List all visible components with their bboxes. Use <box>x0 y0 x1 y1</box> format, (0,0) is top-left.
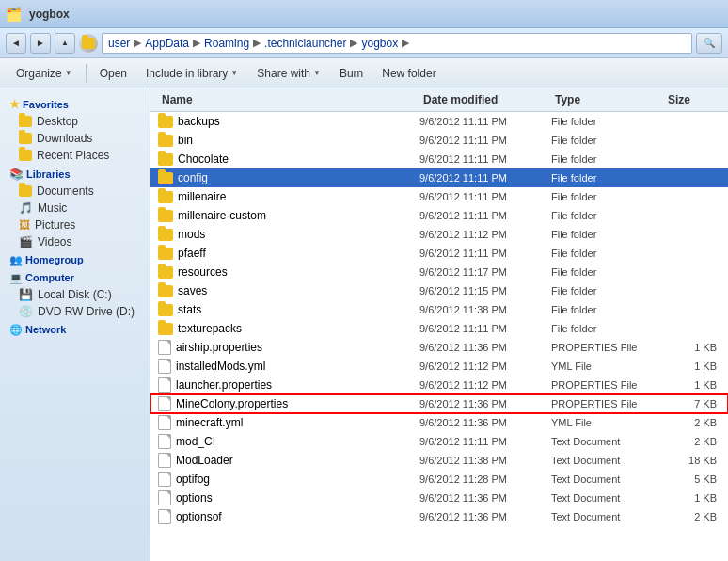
music-label: Music <box>38 201 67 215</box>
crumb-roaming[interactable]: Roaming <box>204 37 249 50</box>
table-row[interactable]: config9/6/2012 11:11 PMFile folder <box>150 168 728 187</box>
table-row[interactable]: minecraft.yml9/6/2012 11:36 PMYML File2 … <box>150 413 728 432</box>
videos-label: Videos <box>38 235 71 248</box>
docs-folder-icon <box>19 185 32 197</box>
folder-icon <box>158 153 173 166</box>
table-row[interactable]: ModLoader9/6/2012 11:38 PMText Document1… <box>150 451 728 470</box>
file-type: File folder <box>551 266 664 278</box>
file-name-cell: mod_CI <box>158 434 419 449</box>
table-row[interactable]: saves9/6/2012 11:15 PMFile folder <box>150 281 728 300</box>
share-with-label: Share with <box>257 67 310 80</box>
downloads-folder-icon <box>19 133 32 144</box>
folder-icon <box>158 210 173 222</box>
file-name: airship.properties <box>176 341 262 354</box>
up-button[interactable]: ▲ <box>55 33 75 54</box>
localdisk-label: Local Disk (C:) <box>38 288 112 301</box>
sidebar-item-dvd[interactable]: 💿 DVD RW Drive (D:) <box>0 303 150 320</box>
videos-icon: 🎬 <box>19 235 33 248</box>
table-row[interactable]: mods9/6/2012 11:12 PMFile folder <box>150 225 728 244</box>
sidebar-item-music[interactable]: 🎵 Music <box>0 200 150 216</box>
file-name: stats <box>178 303 201 316</box>
table-row[interactable]: millenaire-custom9/6/2012 11:11 PMFile f… <box>150 206 728 225</box>
crumb-yogbox[interactable]: yogbox <box>361 37 398 50</box>
table-row[interactable]: pfaeff9/6/2012 11:11 PMFile folder <box>150 244 728 263</box>
favorites-header[interactable]: ★ Favorites <box>0 94 150 113</box>
file-icon <box>158 377 171 393</box>
file-name: pfaeff <box>178 247 206 260</box>
file-type: File folder <box>551 248 664 259</box>
computer-label: Computer <box>25 272 74 283</box>
back-button[interactable]: ◄ <box>6 33 26 54</box>
file-date: 9/6/2012 11:36 PM <box>419 511 551 522</box>
table-row[interactable]: Chocolate9/6/2012 11:11 PMFile folder <box>150 150 728 168</box>
toolbar: Organize ▼ Open Include in library ▼ Sha… <box>0 58 728 88</box>
organize-button[interactable]: Organize ▼ <box>8 62 81 85</box>
table-row[interactable]: backups9/6/2012 11:11 PMFile folder <box>150 112 728 131</box>
include-library-button[interactable]: Include in library ▼ <box>137 62 246 85</box>
table-row[interactable]: airship.properties9/6/2012 11:36 PMPROPE… <box>150 338 728 357</box>
table-row[interactable]: options9/6/2012 11:36 PMText Document1 K… <box>150 489 728 507</box>
sidebar-item-pictures[interactable]: 🖼 Pictures <box>0 216 150 233</box>
file-icon <box>158 415 171 430</box>
sidebar-item-desktop[interactable]: Desktop <box>0 113 150 130</box>
file-name-cell: config <box>158 171 419 184</box>
file-name: resources <box>178 265 228 279</box>
search-button[interactable]: 🔍 <box>696 33 722 54</box>
open-button[interactable]: Open <box>91 62 135 85</box>
share-with-button[interactable]: Share with ▼ <box>248 62 329 85</box>
file-name: config <box>178 171 208 184</box>
table-row[interactable]: installedMods.yml9/6/2012 11:12 PMYML Fi… <box>150 357 728 376</box>
sidebar-item-downloads[interactable]: Downloads <box>0 130 150 147</box>
file-name-cell: minecraft.yml <box>158 415 419 430</box>
col-header-type[interactable]: Type <box>551 91 664 108</box>
burn-button[interactable]: Burn <box>331 62 372 85</box>
burn-label: Burn <box>340 67 363 80</box>
file-size: 1 KB <box>664 361 720 372</box>
file-size: 2 KB <box>664 436 720 447</box>
table-row[interactable]: launcher.properties9/6/2012 11:12 PMPROP… <box>150 376 728 394</box>
file-name-cell: texturepacks <box>158 322 419 335</box>
crumb-user[interactable]: user <box>108 37 130 50</box>
file-name-cell: stats <box>158 303 419 316</box>
sidebar-item-documents[interactable]: Documents <box>0 183 150 200</box>
new-folder-button[interactable]: New folder <box>373 62 444 85</box>
table-row[interactable]: texturepacks9/6/2012 11:11 PMFile folder <box>150 319 728 338</box>
file-name-cell: backups <box>158 115 419 128</box>
crumb-technic[interactable]: .techniclauncher <box>264 37 346 50</box>
col-header-name[interactable]: Name <box>158 91 419 108</box>
table-row[interactable]: stats9/6/2012 11:38 PMFile folder <box>150 300 728 319</box>
file-date: 9/6/2012 11:15 PM <box>419 285 551 297</box>
network-header[interactable]: 🌐 Network <box>0 320 150 338</box>
col-header-size[interactable]: Size <box>664 91 720 108</box>
libraries-header[interactable]: 📚 Libraries <box>0 164 150 183</box>
table-row[interactable]: mod_CI9/6/2012 11:11 PMText Document2 KB <box>150 432 728 451</box>
sidebar-item-videos[interactable]: 🎬 Videos <box>0 233 150 250</box>
crumb-appdata[interactable]: AppData <box>145 37 189 50</box>
table-row[interactable]: MineColony.properties9/6/2012 11:36 PMPR… <box>150 394 728 413</box>
homegroup-header[interactable]: 👥 Homegroup <box>0 250 150 268</box>
table-row[interactable]: optifog9/6/2012 11:28 PMText Document5 K… <box>150 470 728 489</box>
computer-header[interactable]: 💻 Computer <box>0 268 150 286</box>
table-row[interactable]: resources9/6/2012 11:17 PMFile folder <box>150 263 728 281</box>
file-type: PROPERTIES File <box>551 398 664 409</box>
dvd-label: DVD RW Drive (D:) <box>38 305 135 318</box>
col-header-date[interactable]: Date modified <box>419 91 551 108</box>
address-box[interactable]: user ▶ AppData ▶ Roaming ▶ .techniclaunc… <box>102 33 692 54</box>
file-name-cell: saves <box>158 284 419 297</box>
sidebar-item-recent[interactable]: Recent Places <box>0 147 150 164</box>
file-name: millenaire <box>178 190 226 203</box>
table-row[interactable]: millenaire9/6/2012 11:11 PMFile folder <box>150 187 728 206</box>
file-icon <box>158 509 171 524</box>
libraries-label: Libraries <box>26 168 70 180</box>
file-date: 9/6/2012 11:11 PM <box>419 191 551 202</box>
share-with-arrow: ▼ <box>313 69 321 77</box>
file-name: launcher.properties <box>176 378 272 392</box>
table-row[interactable]: optionsof9/6/2012 11:36 PMText Document2… <box>150 507 728 526</box>
folder-icon <box>158 135 173 147</box>
table-row[interactable]: bin9/6/2012 11:11 PMFile folder <box>150 131 728 150</box>
file-size: 1 KB <box>664 492 720 504</box>
forward-button[interactable]: ► <box>30 33 51 54</box>
sidebar-item-localdisk[interactable]: 💾 Local Disk (C:) <box>0 286 150 303</box>
file-name: Chocolate <box>178 152 229 166</box>
file-name: optionsof <box>176 510 222 523</box>
